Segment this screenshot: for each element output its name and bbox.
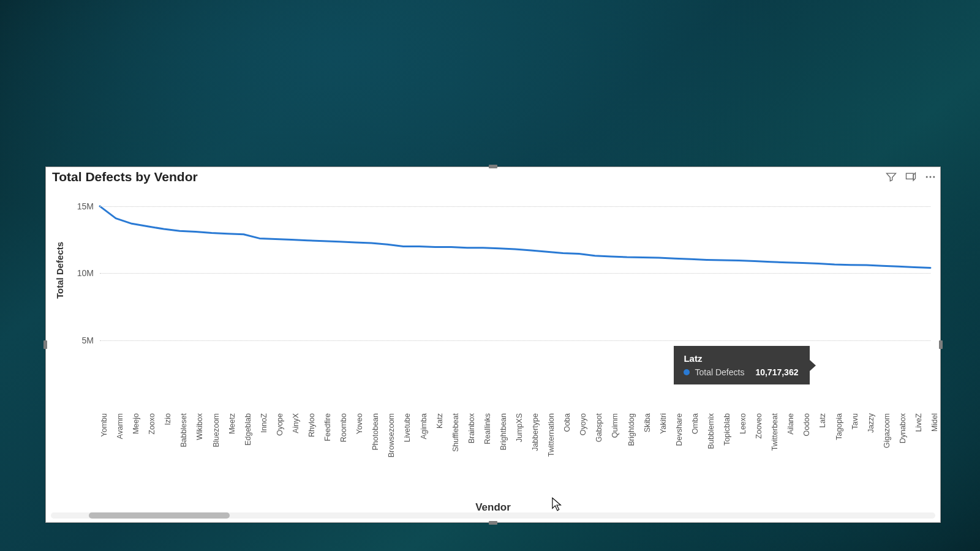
x-tick-label: Roombo xyxy=(339,413,348,442)
x-tick-label: JumpXS xyxy=(515,413,524,442)
x-tick-label: Edgeblab xyxy=(244,413,252,446)
x-tick-label: Brainbox xyxy=(467,413,476,443)
x-tick-label: Yombu xyxy=(100,413,108,437)
x-tick-label: LiveZ xyxy=(914,413,923,432)
x-tick-label: Photobean xyxy=(371,413,380,450)
x-tick-label: Dynabox xyxy=(899,413,907,443)
mouse-cursor xyxy=(552,497,563,513)
x-tick-label: Agimba xyxy=(420,413,428,439)
x-tick-label: Wikibox xyxy=(195,413,204,440)
grid-line xyxy=(100,340,930,341)
x-tick-label: Skiba xyxy=(643,413,652,432)
x-tick-label: Tavu xyxy=(851,413,859,429)
tooltip-value: 10,717,362 xyxy=(755,367,798,377)
y-tick-label: 10M xyxy=(77,268,94,278)
grid-line xyxy=(100,273,930,274)
x-tick-label: Gigazoom xyxy=(883,413,891,448)
x-tick-label: Shufflebeat xyxy=(451,413,460,452)
svg-point-1 xyxy=(926,176,928,178)
x-tick-label: Brightbean xyxy=(499,413,508,450)
tooltip-category: Latz xyxy=(684,353,800,364)
x-tick-label: Ailane xyxy=(786,413,795,435)
resize-handle-bottom[interactable] xyxy=(489,521,497,525)
x-tick-label: Babbleset xyxy=(179,413,188,448)
x-tick-label: Yoveo xyxy=(355,413,364,434)
x-tick-label: Twitternation xyxy=(547,413,556,457)
resize-handle-left[interactable] xyxy=(43,340,47,349)
x-tick-label: Quimm xyxy=(611,413,619,438)
x-tick-label: Bluezoom xyxy=(212,413,221,448)
svg-point-2 xyxy=(930,176,932,178)
x-tick-label: Oyoyo xyxy=(579,413,587,435)
x-tick-label: Zooxo xyxy=(148,413,156,435)
x-tick-label: Avamm xyxy=(116,413,124,439)
x-tick-label: Zooveo xyxy=(755,413,763,439)
resize-handle-right[interactable] xyxy=(939,340,943,349)
x-axis-ticks: YombuAvammMeejoZooxoIzioBabblesetWikibox… xyxy=(100,413,930,493)
horizontal-scrollbar-thumb[interactable] xyxy=(89,512,230,519)
x-tick-label: Tagopia xyxy=(835,413,843,440)
focus-mode-icon[interactable] xyxy=(905,171,917,183)
svg-rect-0 xyxy=(907,173,914,179)
x-tick-label: Brightdog xyxy=(627,413,636,446)
filter-icon[interactable] xyxy=(885,171,897,183)
grid-line xyxy=(100,206,930,207)
x-tick-label: Latz xyxy=(818,413,827,428)
x-tick-label: Ooba xyxy=(563,413,571,432)
x-tick-label: Jazzy xyxy=(867,413,875,433)
x-tick-label: Leexo xyxy=(739,413,747,434)
x-tick-label: Meejo xyxy=(132,413,140,434)
y-axis-title: Total Defects xyxy=(55,242,65,299)
x-tick-label: Midel xyxy=(930,413,939,432)
x-tick-label: Livetube xyxy=(403,413,412,442)
x-tick-label: Devshare xyxy=(675,413,684,446)
x-tick-label: Browsezoom xyxy=(387,413,396,457)
x-tick-label: InnoZ xyxy=(260,413,268,433)
visual-header-icons xyxy=(885,171,937,183)
x-tick-label: Topicblab xyxy=(723,413,731,446)
x-tick-label: AinyX xyxy=(292,413,300,433)
more-options-icon[interactable] xyxy=(924,171,937,183)
x-tick-label: Izio xyxy=(164,413,172,425)
x-tick-label: Katz xyxy=(435,413,444,429)
x-tick-label: Omba xyxy=(691,413,699,434)
tooltip-caret xyxy=(810,360,816,371)
y-tick-label: 15M xyxy=(77,201,94,211)
x-tick-label: Twitterbeat xyxy=(771,413,779,451)
chart-tooltip: Latz Total Defects 10,717,362 xyxy=(674,346,810,384)
resize-handle-top[interactable] xyxy=(489,165,497,168)
horizontal-scrollbar[interactable] xyxy=(51,512,935,519)
chart-title: Total Defects by Vendor xyxy=(52,170,198,184)
x-tick-label: Rhyloo xyxy=(307,413,316,437)
x-tick-label: Yakitri xyxy=(659,413,668,434)
x-tick-label: Jabbertype xyxy=(531,413,540,451)
x-tick-label: Feedfire xyxy=(323,413,332,441)
y-tick-label: 5M xyxy=(82,335,94,345)
x-axis-title: Vendor xyxy=(475,501,511,514)
line-series xyxy=(100,206,930,268)
svg-point-3 xyxy=(933,176,935,178)
x-tick-label: Reallinks xyxy=(483,413,492,444)
tooltip-metric-label: Total Defects xyxy=(695,367,744,377)
x-tick-label: Meetz xyxy=(228,413,236,434)
tooltip-series-dot xyxy=(684,369,690,375)
x-tick-label: Bubblemix xyxy=(707,413,715,449)
x-tick-label: Gabspot xyxy=(595,413,603,442)
x-tick-label: Oodoo xyxy=(802,413,811,437)
chart-card[interactable]: Total Defects by Vendor Total Defects 5M… xyxy=(45,167,941,523)
x-tick-label: Oyope xyxy=(276,413,284,436)
